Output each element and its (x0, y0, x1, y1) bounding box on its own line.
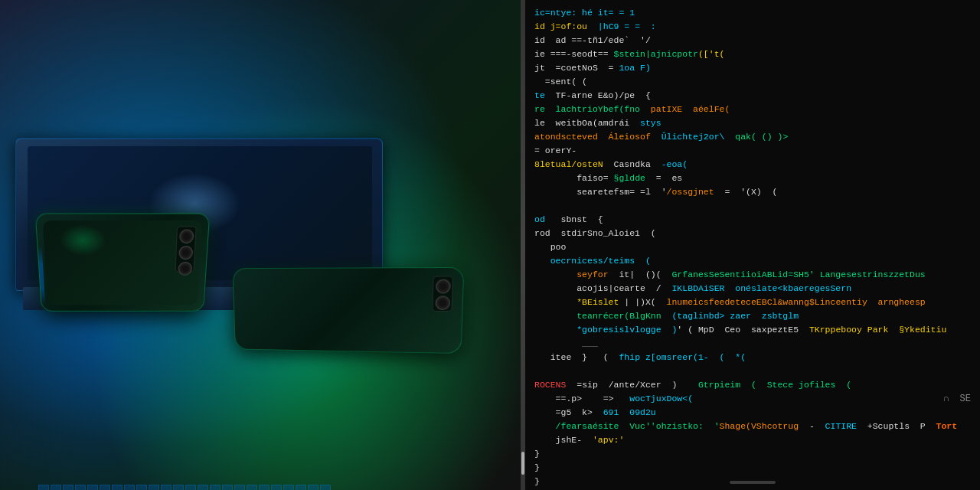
photo-panel (0, 0, 521, 490)
code-line-25: ___ (534, 337, 971, 351)
key (75, 485, 86, 490)
code-line-24: *gobresislvlogge )' ( MpD Ceo saxpeztE5 … (534, 323, 971, 337)
code-token: te (534, 89, 556, 103)
code-line-14: searetefsm= =l '/ossgjnet = '(X) ( (534, 185, 971, 199)
code-token: } (534, 461, 540, 475)
code-token: Ûlichtej2or\ (662, 130, 736, 144)
key (185, 485, 196, 490)
code-token: TKrppebooy Park §Ykeditiu (809, 323, 946, 337)
panel-divider (521, 0, 525, 490)
code-token: le weitbOa(amdrái (534, 116, 640, 130)
code-token: /ossgjnet (667, 185, 714, 199)
key (51, 485, 61, 490)
code-editor-panel[interactable]: ic=ntye: hé it= = 1 id j=of:ou |hC9 = = … (525, 0, 980, 490)
code-token: it| ()( (619, 268, 671, 282)
code-token: (taglinbd> zaer zsbtglm (671, 309, 799, 323)
code-line-10: atondscteved Áleiosof Ûlichtej2or\ qak( … (534, 130, 971, 144)
code-token: ROCENS (534, 378, 566, 392)
code-line-4: ie ===-seodt== $stein|ajnicpotr(['t( (534, 47, 971, 61)
code-token: = orerY- (534, 144, 577, 158)
code-line-2: id j=of:ou |hC9 = = : (534, 20, 971, 34)
code-token: seyfor (534, 268, 619, 282)
code-token: teanrécer(BlgKnn (534, 309, 671, 323)
code-line-33: } (534, 447, 971, 461)
code-line-6: =sent( ( (534, 75, 971, 89)
phone1-device (35, 213, 211, 311)
code-token: =g5 k> (534, 406, 603, 420)
code-line-1: ic=ntye: hé it= = 1 (534, 6, 971, 20)
code-token: 691 09d2u (603, 406, 656, 420)
code-line-32: jshE- 'apv:' (534, 433, 971, 447)
code-token: stys (640, 116, 662, 130)
code-line-22: *BEislet | |)X( lnumeicsfeedeteceEBCl&wa… (534, 296, 971, 309)
code-token: =sent( ( (534, 75, 587, 89)
code-line-20: seyfor it| ()( GrfanesSeSentiioiABLid=SH… (534, 268, 971, 282)
key (136, 485, 147, 490)
key (38, 485, 49, 490)
code-token: faíso= (534, 172, 614, 185)
key (124, 485, 135, 490)
scrollbar-thumb[interactable] (521, 452, 524, 475)
code-token: 'apv:' (593, 433, 624, 447)
code-line-18: poo (534, 240, 971, 254)
code-token: } (534, 447, 540, 461)
code-token: Gtrpieim ( Stece jofiles ( (698, 378, 851, 392)
phone2-camera-bump (432, 276, 453, 312)
editor-annotation: ∩ SE (943, 392, 971, 406)
code-token: qak( () )> (735, 130, 788, 144)
code-token: §gldde (614, 172, 656, 185)
key (63, 485, 74, 490)
code-token: oecrnicess/teims ( (534, 254, 651, 268)
code-token: jshE- (534, 433, 593, 447)
code-token: poo (534, 240, 566, 254)
scroll-indicator (730, 481, 776, 484)
phone2-device (233, 267, 465, 354)
code-line-21: acojis|cearte / IKLBDAiSER onéslate<kbae… (534, 282, 971, 296)
code-token: ic=ntye: hé it= = 1 (534, 6, 635, 20)
code-token: Shage(VShcotrug (720, 420, 799, 433)
code-token: patIXE aéelFe( (651, 103, 730, 116)
code-line-15 (534, 199, 971, 213)
code-token: } (534, 475, 540, 488)
code-editor: ic=ntye: hé it= = 1 id j=of:ou |hC9 = = … (525, 0, 980, 490)
code-token: |hC9 = = : (598, 20, 656, 34)
code-token: sbnst { (561, 213, 603, 227)
key (271, 485, 282, 490)
code-line-26: itee } ( fhip z[omsreer(1- ( *( (534, 351, 971, 364)
code-token: re lachtrioYbef(fno (534, 103, 651, 116)
keyboard-keys (38, 485, 375, 490)
key (259, 485, 270, 490)
code-token: GrfanesSeSentiioiABLid=SH5' Langesestrin… (671, 268, 925, 282)
key (198, 485, 208, 490)
code-token: /fearsaésite Vuc''ohzistko: ' (534, 420, 720, 433)
code-token: ___ (534, 337, 598, 351)
key (320, 485, 331, 490)
code-token: (['t( (698, 47, 725, 61)
code-line-3: id ad ==-tñ1/ede` '/ (534, 34, 971, 47)
code-token: ' ( MpD Ceo saxpeztE5 (677, 323, 809, 337)
code-token: od (534, 213, 561, 227)
code-token: ie ===-seodt== (534, 47, 614, 61)
camera-lens-2 (178, 246, 193, 260)
key (222, 485, 233, 490)
camera-lens-1 (179, 229, 194, 243)
code-token: =sip /ante/Xcer ) (566, 378, 698, 392)
code-token: ==.p> => (534, 392, 629, 406)
key (161, 485, 172, 490)
code-token: *BEislet (534, 296, 624, 309)
code-token: jt =coetNoS = (534, 61, 619, 75)
code-line-29: ==.p> => wocTjuxDow<( ∩ SE (534, 392, 971, 406)
code-token: acojis|cearte / (534, 282, 671, 296)
phone1-camera-bump (175, 226, 197, 272)
code-token: | |)X( (624, 296, 666, 309)
code-token: fhip z[omsreer(1- ( *( (619, 351, 746, 364)
code-line-23: teanrécer(BlgKnn (taglinbd> zaer zsbtglm (534, 309, 971, 323)
code-token: *gobresislvlogge ) (534, 323, 677, 337)
code-token: IKLBDAiSER onéslate<kbaeregesSern (671, 282, 851, 296)
code-line-11: = orerY- (534, 144, 971, 158)
camera-lens-3 (178, 262, 192, 276)
code-token: wocTjuxDow<( (629, 392, 693, 406)
code-token: atondscteved Áleiosof (534, 130, 662, 144)
code-token: CITIRE (825, 420, 857, 433)
key (210, 485, 220, 490)
